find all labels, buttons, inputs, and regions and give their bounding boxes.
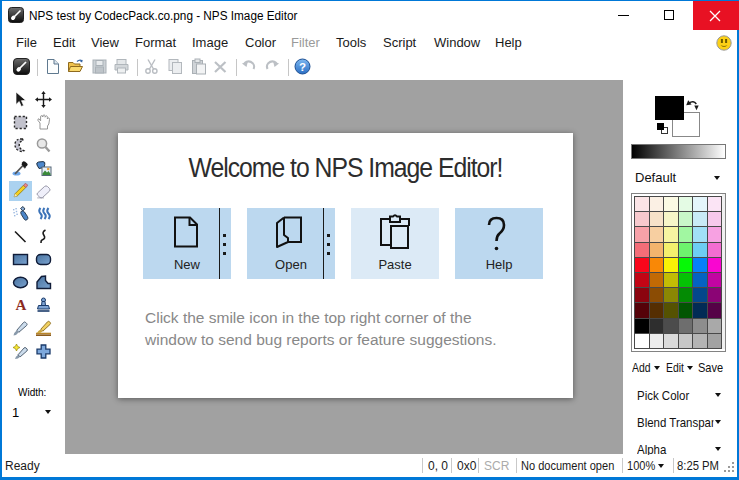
svg-text:?: ?	[299, 61, 306, 73]
